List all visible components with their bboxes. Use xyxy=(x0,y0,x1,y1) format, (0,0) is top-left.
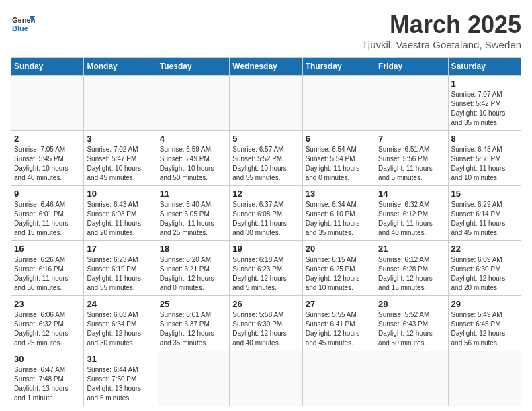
calendar-cell: 29Sunrise: 5:49 AM Sunset: 6:45 PM Dayli… xyxy=(448,296,521,351)
logo-icon: General Blue xyxy=(11,11,35,35)
calendar-cell xyxy=(11,76,84,131)
calendar-cell: 11Sunrise: 6:40 AM Sunset: 6:05 PM Dayli… xyxy=(157,186,229,241)
logo: General Blue xyxy=(11,11,35,35)
day-number: 13 xyxy=(306,189,372,199)
calendar-cell xyxy=(230,76,302,131)
calendar-week-row: 2Sunrise: 7:05 AM Sunset: 5:45 PM Daylig… xyxy=(11,131,521,186)
calendar-cell: 25Sunrise: 6:01 AM Sunset: 6:37 PM Dayli… xyxy=(157,296,229,351)
calendar-cell xyxy=(157,76,229,131)
day-info: Sunrise: 6:03 AM Sunset: 6:34 PM Dayligh… xyxy=(87,310,153,348)
calendar-cell: 5Sunrise: 6:57 AM Sunset: 5:52 PM Daylig… xyxy=(230,131,302,186)
day-info: Sunrise: 6:18 AM Sunset: 6:23 PM Dayligh… xyxy=(232,255,299,293)
calendar-cell xyxy=(230,351,302,406)
calendar-cell: 14Sunrise: 6:32 AM Sunset: 6:12 PM Dayli… xyxy=(375,186,448,241)
calendar-cell xyxy=(302,76,375,131)
calendar-cell xyxy=(375,76,448,131)
day-info: Sunrise: 6:43 AM Sunset: 6:03 PM Dayligh… xyxy=(87,200,153,238)
weekday-header-saturday: Saturday xyxy=(448,58,521,76)
weekday-header-friday: Friday xyxy=(375,58,448,76)
calendar-cell: 6Sunrise: 6:54 AM Sunset: 5:54 PM Daylig… xyxy=(302,131,375,186)
day-info: Sunrise: 6:54 AM Sunset: 5:54 PM Dayligh… xyxy=(306,145,372,183)
day-number: 14 xyxy=(378,189,445,199)
calendar-cell: 12Sunrise: 6:37 AM Sunset: 6:08 PM Dayli… xyxy=(230,186,302,241)
day-info: Sunrise: 6:20 AM Sunset: 6:21 PM Dayligh… xyxy=(160,255,226,293)
day-number: 17 xyxy=(87,244,153,254)
day-number: 18 xyxy=(160,244,226,254)
day-number: 11 xyxy=(160,189,226,199)
calendar-cell: 10Sunrise: 6:43 AM Sunset: 6:03 PM Dayli… xyxy=(84,186,157,241)
day-info: Sunrise: 6:47 AM Sunset: 7:48 PM Dayligh… xyxy=(14,365,81,403)
calendar-cell: 22Sunrise: 6:09 AM Sunset: 6:30 PM Dayli… xyxy=(448,241,521,296)
calendar-cell: 28Sunrise: 5:52 AM Sunset: 6:43 PM Dayli… xyxy=(375,296,448,351)
weekday-header-tuesday: Tuesday xyxy=(157,58,229,76)
day-number: 12 xyxy=(232,189,299,199)
day-number: 30 xyxy=(14,354,81,364)
day-number: 28 xyxy=(378,299,445,309)
day-number: 1 xyxy=(451,79,518,89)
calendar-cell xyxy=(448,351,521,406)
day-info: Sunrise: 6:26 AM Sunset: 6:16 PM Dayligh… xyxy=(14,255,81,293)
calendar-cell xyxy=(84,76,157,131)
day-info: Sunrise: 5:55 AM Sunset: 6:41 PM Dayligh… xyxy=(306,310,372,348)
day-number: 15 xyxy=(451,189,518,199)
day-number: 20 xyxy=(306,244,372,254)
calendar-cell: 2Sunrise: 7:05 AM Sunset: 5:45 PM Daylig… xyxy=(11,131,84,186)
title-block: March 2025 Tjuvkil, Vaestra Goetaland, S… xyxy=(362,11,521,50)
calendar-cell xyxy=(375,351,448,406)
day-number: 22 xyxy=(451,244,518,254)
calendar-cell: 18Sunrise: 6:20 AM Sunset: 6:21 PM Dayli… xyxy=(157,241,229,296)
day-info: Sunrise: 6:57 AM Sunset: 5:52 PM Dayligh… xyxy=(232,145,299,183)
calendar-cell: 7Sunrise: 6:51 AM Sunset: 5:56 PM Daylig… xyxy=(375,131,448,186)
day-number: 23 xyxy=(14,299,81,309)
day-number: 26 xyxy=(232,299,299,309)
day-number: 2 xyxy=(14,134,81,144)
day-info: Sunrise: 6:06 AM Sunset: 6:32 PM Dayligh… xyxy=(14,310,81,348)
day-info: Sunrise: 6:34 AM Sunset: 6:10 PM Dayligh… xyxy=(306,200,372,238)
day-info: Sunrise: 7:02 AM Sunset: 5:47 PM Dayligh… xyxy=(87,145,153,183)
day-number: 19 xyxy=(232,244,299,254)
calendar-week-row: 1Sunrise: 7:07 AM Sunset: 5:42 PM Daylig… xyxy=(11,76,521,131)
day-info: Sunrise: 6:59 AM Sunset: 5:49 PM Dayligh… xyxy=(160,145,226,183)
day-number: 24 xyxy=(87,299,153,309)
calendar-cell: 9Sunrise: 6:46 AM Sunset: 6:01 PM Daylig… xyxy=(11,186,84,241)
svg-text:Blue: Blue xyxy=(12,24,28,32)
day-number: 29 xyxy=(451,299,518,309)
day-number: 8 xyxy=(451,134,518,144)
day-number: 3 xyxy=(87,134,153,144)
day-number: 31 xyxy=(87,354,153,364)
calendar-week-row: 9Sunrise: 6:46 AM Sunset: 6:01 PM Daylig… xyxy=(11,186,521,241)
day-info: Sunrise: 6:37 AM Sunset: 6:08 PM Dayligh… xyxy=(232,200,299,238)
calendar-week-row: 30Sunrise: 6:47 AM Sunset: 7:48 PM Dayli… xyxy=(11,351,521,406)
day-number: 7 xyxy=(378,134,445,144)
calendar-cell: 1Sunrise: 7:07 AM Sunset: 5:42 PM Daylig… xyxy=(448,76,521,131)
day-number: 16 xyxy=(14,244,81,254)
calendar-cell: 27Sunrise: 5:55 AM Sunset: 6:41 PM Dayli… xyxy=(302,296,375,351)
day-info: Sunrise: 5:49 AM Sunset: 6:45 PM Dayligh… xyxy=(451,310,518,348)
page-header: General Blue March 2025 Tjuvkil, Vaestra… xyxy=(11,11,521,50)
day-info: Sunrise: 7:05 AM Sunset: 5:45 PM Dayligh… xyxy=(14,145,81,183)
calendar-cell xyxy=(302,351,375,406)
day-info: Sunrise: 5:52 AM Sunset: 6:43 PM Dayligh… xyxy=(378,310,445,348)
weekday-header-monday: Monday xyxy=(84,58,157,76)
day-info: Sunrise: 6:46 AM Sunset: 6:01 PM Dayligh… xyxy=(14,200,81,238)
day-info: Sunrise: 6:32 AM Sunset: 6:12 PM Dayligh… xyxy=(378,200,445,238)
day-number: 6 xyxy=(306,134,372,144)
calendar-cell xyxy=(157,351,229,406)
day-number: 9 xyxy=(14,189,81,199)
day-info: Sunrise: 6:15 AM Sunset: 6:25 PM Dayligh… xyxy=(306,255,372,293)
day-info: Sunrise: 6:40 AM Sunset: 6:05 PM Dayligh… xyxy=(160,200,226,238)
day-number: 10 xyxy=(87,189,153,199)
calendar-cell: 30Sunrise: 6:47 AM Sunset: 7:48 PM Dayli… xyxy=(11,351,84,406)
calendar-cell: 8Sunrise: 6:48 AM Sunset: 5:58 PM Daylig… xyxy=(448,131,521,186)
calendar-cell: 3Sunrise: 7:02 AM Sunset: 5:47 PM Daylig… xyxy=(84,131,157,186)
day-number: 25 xyxy=(160,299,226,309)
calendar-cell: 16Sunrise: 6:26 AM Sunset: 6:16 PM Dayli… xyxy=(11,241,84,296)
day-number: 27 xyxy=(306,299,372,309)
calendar-cell: 31Sunrise: 6:44 AM Sunset: 7:50 PM Dayli… xyxy=(84,351,157,406)
day-number: 21 xyxy=(378,244,445,254)
calendar-cell: 20Sunrise: 6:15 AM Sunset: 6:25 PM Dayli… xyxy=(302,241,375,296)
calendar-week-row: 23Sunrise: 6:06 AM Sunset: 6:32 PM Dayli… xyxy=(11,296,521,351)
weekday-header-thursday: Thursday xyxy=(302,58,375,76)
weekday-header-sunday: Sunday xyxy=(11,58,84,76)
weekday-header-wednesday: Wednesday xyxy=(230,58,302,76)
